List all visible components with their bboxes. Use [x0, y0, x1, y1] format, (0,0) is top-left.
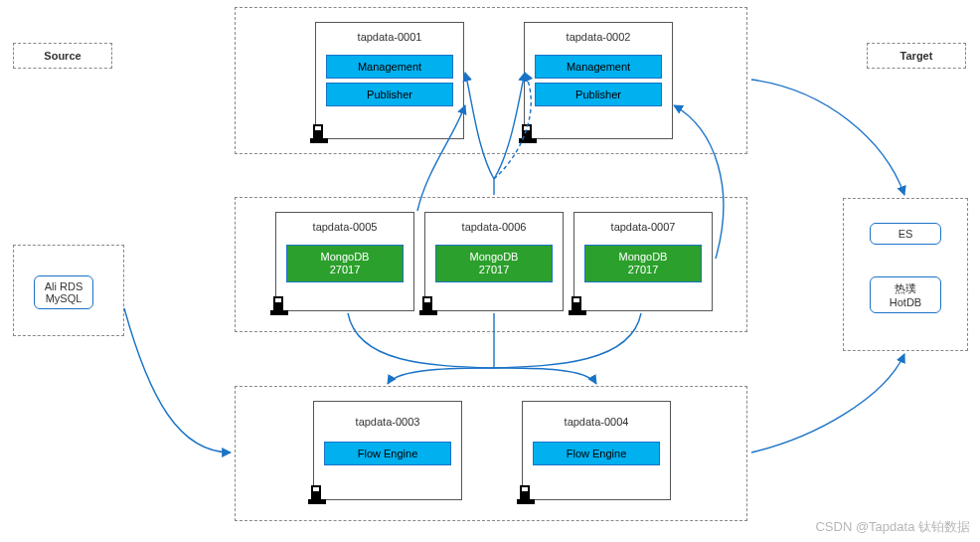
node-title: tapdata-0007 [574, 213, 712, 241]
target-group: ES 热璞 HotDB [843, 198, 968, 351]
service-flow-engine: Flow Engine [533, 442, 660, 465]
target-hotdb: 热璞 HotDB [870, 276, 941, 313]
node-title: tapdata-0002 [525, 23, 672, 51]
server-icon [519, 124, 537, 146]
service-mongodb: MongoDB 27017 [435, 245, 553, 282]
node-title: tapdata-0006 [425, 213, 563, 241]
node-tapdata-0005: tapdata-0005 MongoDB 27017 [275, 212, 414, 311]
node-title: tapdata-0004 [523, 402, 670, 438]
server-icon [308, 485, 326, 507]
node-tapdata-0003: tapdata-0003 Flow Engine [313, 401, 462, 500]
mid-cluster: tapdata-0005 MongoDB 27017 tapdata-0006 … [235, 197, 747, 332]
server-icon [517, 485, 535, 507]
server-icon [419, 296, 437, 318]
service-mongodb: MongoDB 27017 [286, 245, 404, 282]
server-icon [270, 296, 288, 318]
node-title: tapdata-0001 [316, 23, 463, 51]
node-tapdata-0001: tapdata-0001 Management Publisher [315, 22, 464, 139]
source-label: Source [13, 43, 112, 69]
bottom-cluster: tapdata-0003 Flow Engine tapdata-0004 Fl… [235, 386, 747, 521]
source-db: Ali RDS MySQL [34, 275, 93, 309]
service-mongodb: MongoDB 27017 [584, 245, 702, 282]
node-title: tapdata-0005 [276, 213, 413, 241]
node-tapdata-0002: tapdata-0002 Management Publisher [524, 22, 673, 139]
node-tapdata-0007: tapdata-0007 MongoDB 27017 [573, 212, 713, 311]
node-tapdata-0004: tapdata-0004 Flow Engine [522, 401, 671, 500]
target-es: ES [870, 223, 941, 245]
top-cluster: tapdata-0001 Management Publisher tapdat… [235, 7, 747, 154]
node-title: tapdata-0003 [314, 402, 461, 438]
service-flow-engine: Flow Engine [324, 442, 451, 465]
watermark: CSDN @Tapdata 钛铂数据 [815, 518, 970, 536]
service-management: Management [535, 55, 662, 79]
service-publisher: Publisher [535, 83, 662, 106]
service-publisher: Publisher [326, 83, 453, 106]
target-label: Target [867, 43, 966, 69]
source-group: Ali RDS MySQL [13, 245, 124, 336]
server-icon [569, 296, 586, 318]
node-tapdata-0006: tapdata-0006 MongoDB 27017 [424, 212, 564, 311]
server-icon [310, 124, 328, 146]
service-management: Management [326, 55, 453, 79]
